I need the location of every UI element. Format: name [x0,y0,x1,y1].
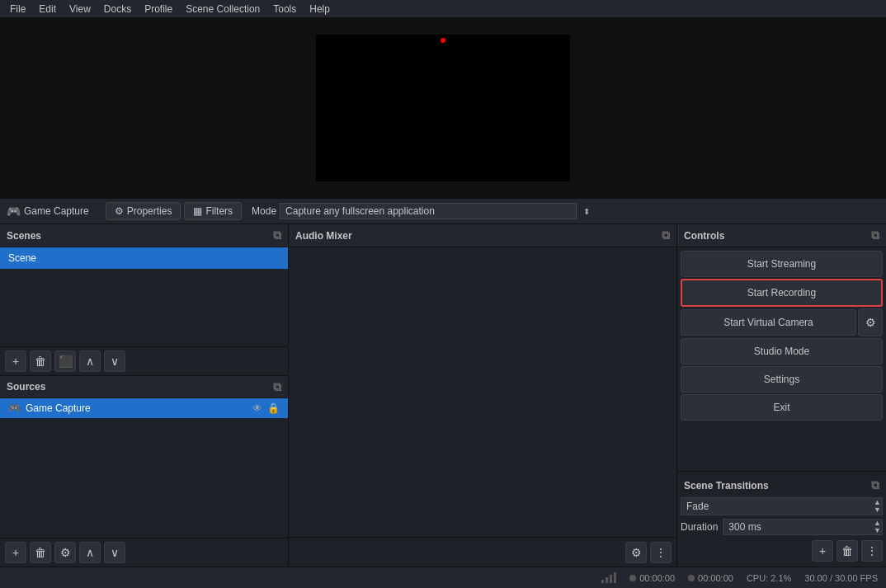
add-source-button[interactable]: + [5,542,26,563]
move-source-up-button[interactable]: ∧ [79,542,101,563]
game-capture-icon: 🎮 [7,205,21,218]
recording-time: 00:00:00 [698,573,733,583]
sources-toolbar: + 🗑 ⚙ ∧ ∨ [0,538,288,567]
scene-transitions-section: Scene Transitions ⧉ Fade ▲▼ Duration [677,471,886,567]
gear-icon: ⚙ [115,205,124,217]
audio-content [289,247,676,537]
scenes-toolbar: + 🗑 ⬛ ∧ ∨ [0,346,288,375]
scene-transitions-title: Scene Transitions [684,480,769,492]
bar4 [614,572,616,583]
fps-label: 30.00 / 30.00 FPS [804,573,878,583]
audio-panel-header: Audio Mixer ⧉ [289,224,676,247]
studio-mode-button[interactable]: Studio Mode [681,338,883,365]
streaming-time-item: 00:00:00 [629,573,675,583]
scene-filter-button[interactable]: ⬛ [54,350,76,372]
mode-select[interactable]: Capture any fullscreen application [280,203,577,219]
source-item[interactable]: 🎮 Game Capture 👁 🔒 [0,398,288,418]
recording-dot [688,575,695,581]
add-scene-button[interactable]: + [5,350,26,372]
transitions-select-row: Fade ▲▼ [681,497,883,515]
menu-edit[interactable]: Edit [32,2,63,16]
scene-transitions-resize-icon[interactable]: ⧉ [871,478,879,492]
move-source-down-button[interactable]: ∨ [104,542,125,563]
start-streaming-button[interactable]: Start Streaming [681,251,883,277]
scenes-title: Scenes [7,230,41,242]
move-scene-up-button[interactable]: ∧ [79,350,101,372]
transition-more-button[interactable]: ⋮ [861,540,883,562]
controls-content: Start Streaming Start Recording Start Vi… [677,247,886,471]
menu-view[interactable]: View [63,2,97,16]
start-virtual-camera-button[interactable]: Start Virtual Camera [681,309,856,336]
mode-label: Mode [252,205,276,217]
audio-resize-icon[interactable]: ⧉ [662,228,670,242]
menu-help[interactable]: Help [303,2,337,16]
filter-icon: ▦ [193,205,202,217]
red-dot [441,38,445,43]
signal-bars [601,572,616,583]
main-layout: Scenes ⧉ Scene + 🗑 ⬛ ∧ ∨ Sources ⧉ 🎮 Gam… [0,224,886,567]
streaming-time: 00:00:00 [639,573,675,583]
move-scene-down-button[interactable]: ∨ [104,350,125,372]
bar1 [601,580,604,583]
eye-icon[interactable]: 👁 [252,402,262,414]
preview-window [316,35,570,181]
start-recording-button[interactable]: Start Recording [681,279,883,307]
cpu-item: CPU: 2.1% [747,573,791,583]
sources-panel-header: Sources ⧉ [0,375,288,398]
source-bar-label: Game Capture [24,205,89,217]
duration-row: Duration ▲▼ [681,519,883,535]
menu-tools[interactable]: Tools [266,2,303,16]
controls-title: Controls [684,230,724,242]
source-game-icon: 🎮 [8,402,21,414]
preview-container [0,18,886,198]
scene-transitions-header: Scene Transitions ⧉ [681,475,883,497]
scenes-panel-header: Scenes ⧉ [0,224,288,247]
transition-select[interactable]: Fade [681,497,883,515]
audio-panel: Audio Mixer ⧉ ⚙ ⋮ [289,224,677,567]
recording-time-item: 00:00:00 [688,573,733,583]
remove-scene-button[interactable]: 🗑 [30,350,51,372]
scene-item[interactable]: Scene [0,247,288,269]
scenes-resize-icon[interactable]: ⧉ [273,228,281,242]
scenes-sources-panel: Scenes ⧉ Scene + 🗑 ⬛ ∧ ∨ Sources ⧉ 🎮 Gam… [0,224,289,567]
controls-panel: Controls ⧉ Start Streaming Start Recordi… [677,224,886,567]
menu-file[interactable]: File [3,2,32,16]
menu-scene-collection[interactable]: Scene Collection [179,2,266,16]
menu-profile[interactable]: Profile [138,2,179,16]
audio-title: Audio Mixer [295,230,352,242]
cpu-label: CPU: 2.1% [747,573,791,583]
audio-settings-button[interactable]: ⚙ [625,542,647,563]
controls-resize-icon[interactable]: ⧉ [871,228,879,242]
exit-button[interactable]: Exit [681,394,883,421]
sources-title: Sources [7,381,45,393]
source-list: 🎮 Game Capture 👁 🔒 [0,398,288,538]
lock-icon[interactable]: 🔒 [267,402,280,414]
add-transition-button[interactable]: + [812,540,833,562]
audio-more-button[interactable]: ⋮ [650,542,672,563]
menu-bar: File Edit View Docks Profile Scene Colle… [0,0,886,18]
remove-source-button[interactable]: 🗑 [30,542,51,563]
status-bar: 00:00:00 00:00:00 CPU: 2.1% 30.00 / 30.0… [0,567,886,588]
virtual-camera-row: Start Virtual Camera ⚙ [681,308,883,336]
bar2 [606,577,608,583]
scene-list: Scene [0,247,288,346]
duration-label: Duration [681,521,718,533]
network-status [601,572,616,583]
bar3 [610,575,612,583]
source-settings-button[interactable]: ⚙ [54,542,76,563]
settings-button[interactable]: Settings [681,366,883,393]
streaming-dot [629,575,636,581]
remove-transition-button[interactable]: 🗑 [837,540,858,562]
sources-resize-icon[interactable]: ⧉ [273,380,281,394]
menu-docks[interactable]: Docks [97,2,138,16]
source-item-icons: 👁 🔒 [252,402,280,414]
properties-button[interactable]: ⚙ Properties [106,202,181,220]
duration-input[interactable] [723,519,883,535]
source-bar: 🎮 Game Capture ⚙ Properties ▦ Filters Mo… [0,198,886,224]
fps-item: 30.00 / 30.00 FPS [804,573,878,583]
controls-panel-header: Controls ⧉ [677,224,886,247]
source-item-label: Game Capture [26,402,247,414]
transitions-footer: + 🗑 ⋮ [681,539,883,563]
virtual-camera-settings-button[interactable]: ⚙ [858,308,883,336]
filters-button[interactable]: ▦ Filters [184,202,242,220]
